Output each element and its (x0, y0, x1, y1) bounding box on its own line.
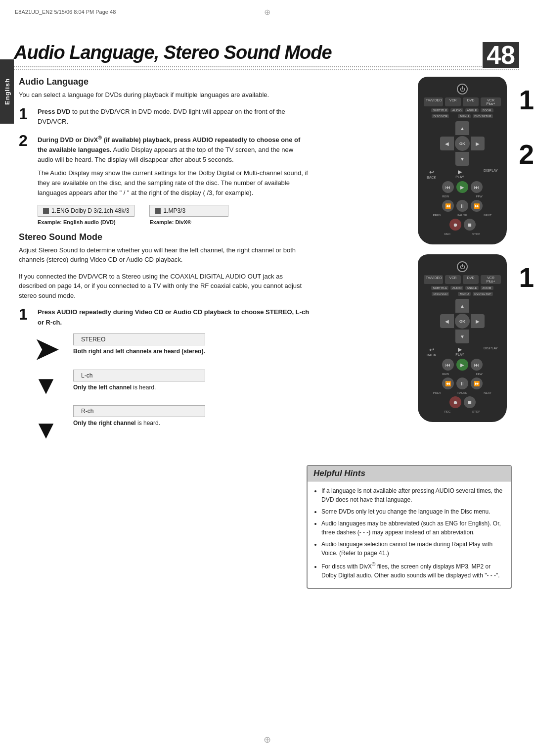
rew-label: REW (442, 195, 449, 198)
btn-dvdsetup[interactable]: DVD SETUP (473, 114, 492, 118)
btn-subtitle[interactable]: SUBTITLE (431, 108, 448, 112)
remote2-transport-labels-1: REW FFW (424, 373, 501, 376)
step-1-bold: Press DVD (38, 108, 70, 115)
hint-5: For discs with DivX® files, the screen o… (321, 561, 505, 580)
btn-rec[interactable]: ⏺ (449, 219, 461, 231)
btn-back[interactable]: ↩ BACK (427, 169, 436, 179)
btn-prev[interactable]: ⏪ (442, 200, 454, 212)
hint-3: Audio languages may be abbreviated (such… (321, 519, 505, 537)
remote2-btn-vcr[interactable]: VCR (445, 275, 461, 284)
remote2-ok-button[interactable]: OK (455, 314, 470, 329)
btn-dvd[interactable]: DVD (463, 97, 479, 106)
remote2-pause-label: PAUSE (457, 391, 467, 394)
remote2-btn-display[interactable]: DISPLAY (484, 346, 498, 357)
stereo-step-1-content: Press AUDIO repeatedly during Video CD o… (38, 307, 311, 327)
remote2-btn-next[interactable]: ⏩ (471, 378, 483, 389)
remote2-btn-dvdsetup[interactable]: DVD SETUP (473, 292, 492, 296)
btn-menu[interactable]: MENU (458, 114, 471, 118)
btn-pause[interactable]: ⏸ (456, 200, 468, 212)
rec-stop-row: ⏺ ⏹ (424, 219, 501, 231)
btn-play[interactable]: ▶ (456, 181, 468, 193)
remote2-transport-labels-2: PREV PAUSE NEXT (424, 391, 501, 394)
stereo-box-stereo: STEREO (73, 333, 205, 345)
btn-tvvideo[interactable]: TV/VIDEO (424, 97, 443, 106)
ok-button[interactable]: OK (455, 136, 470, 151)
btn-ffw[interactable]: ⏭ (471, 181, 483, 193)
remote-2nd-row: SUBTITLE AUDIO ANGLE ZOOM (424, 108, 501, 112)
btn-zoom[interactable]: ZOOM (481, 108, 493, 112)
remote2-dpad-down[interactable]: ▼ (455, 330, 469, 343)
stereo-step-1: 1 Press AUDIO repeatedly during Video CD… (19, 307, 311, 327)
hints-body: If a language is not available after pre… (308, 481, 511, 588)
stereo-section: Stereo Sound Mode Adjust Stereo Sound to… (19, 232, 311, 442)
remote2-dpad-left[interactable]: ◀ (440, 314, 454, 328)
remote2-btn-pause[interactable]: ⏸ (456, 378, 468, 389)
next-label: NEXT (484, 214, 491, 217)
dpad: ▲ ▼ ◀ ▶ OK (440, 121, 485, 166)
btn-rew[interactable]: ⏮ (442, 181, 454, 193)
remote2-transport-2: ⏪ ⏸ ⏩ (424, 378, 501, 389)
remote2-btn-prev[interactable]: ⏪ (442, 378, 454, 389)
stereo-diagram: ➤ ▼ ▼ STEREO Both right and left channel… (24, 333, 311, 442)
remote2-btn-menu[interactable]: MENU (458, 292, 471, 296)
dpad-right[interactable]: ▶ (471, 137, 485, 150)
dots-separator (14, 68, 519, 70)
remote2-btn-subtitle[interactable]: SUBTITLE (431, 286, 448, 290)
remote2-btn-tvvideo[interactable]: TV/VIDEO (424, 275, 443, 284)
btn-display[interactable]: DISPLAY (484, 169, 498, 179)
btn-discvcr[interactable]: DISC/VCR (432, 114, 449, 118)
btn-next[interactable]: ⏩ (471, 200, 483, 212)
remote2-btn-angle[interactable]: ANGLE (465, 286, 478, 290)
english-label: English (3, 78, 11, 105)
remote2-btn-back[interactable]: ↩ BACK (427, 346, 436, 357)
remote2-dpad: ▲ ▼ ◀ ▶ OK (440, 299, 485, 343)
btn-angle[interactable]: ANGLE (465, 108, 478, 112)
remote2-power-button[interactable] (457, 261, 468, 272)
remote2-dpad-up[interactable]: ▲ (455, 299, 469, 313)
remote2-btn-dvd[interactable]: DVD (463, 275, 479, 284)
step-2-bold: During DVD or DivX® (if available) playb… (38, 136, 300, 153)
remote2-btn-discvcr[interactable]: DISC/VCR (432, 292, 449, 296)
dpad-left[interactable]: ◀ (440, 137, 454, 150)
remote-2-badge: 2 (519, 141, 534, 168)
remote2-btn-audio[interactable]: AUDIO (450, 286, 463, 290)
example-dvd-wrap: 1.ENG Dolby D 3/2.1ch 48k/3 Example: Eng… (38, 205, 134, 225)
example-divx-box: 1.MP3/3 (149, 205, 228, 217)
remote2-btn-ffw[interactable]: ⏭ (471, 359, 483, 371)
hint-1: If a language is not available after pre… (321, 486, 505, 504)
btn-vcrplus[interactable]: VCR Plus+ (481, 97, 501, 106)
remote-1-badge: 1 (519, 87, 534, 114)
ffw-label: FFW (476, 195, 483, 198)
btn-audio[interactable]: AUDIO (450, 108, 463, 112)
lch-desc-text: is heard. (132, 384, 156, 391)
lch-box-label: L-ch (81, 372, 92, 379)
hint-2: Some DVDs only let you change the langua… (321, 507, 505, 516)
transport-labels-2: PREV PAUSE NEXT (424, 214, 501, 217)
example-dvd-icon (43, 208, 49, 214)
btn-stop[interactable]: ⏹ (464, 219, 476, 231)
remote2-2nd-row: SUBTITLE AUDIO ANGLE ZOOM (424, 286, 501, 290)
remote2-btn-zoom[interactable]: ZOOM (481, 286, 493, 290)
remote2-rew-label: REW (442, 373, 449, 376)
remote2-btn-stop[interactable]: ⏹ (464, 396, 476, 408)
stereo-box-label: STEREO (81, 336, 105, 343)
remote2-btn-vcrplus[interactable]: VCR Plus+ (481, 275, 501, 284)
dpad-down[interactable]: ▼ (455, 152, 469, 166)
step-2-number: 2 (19, 133, 33, 198)
dpad-up[interactable]: ▲ (455, 121, 469, 135)
example-dvd-label: Example: English audio (DVD) (38, 219, 116, 225)
remote2-btn-rew[interactable]: ⏮ (442, 359, 454, 371)
power-button[interactable] (457, 84, 468, 94)
btn-play-label: ▶ PLAY (455, 169, 464, 179)
step-1-content: Press DVD to put the DVD/VCR in DVD mode… (38, 107, 311, 127)
btn-vcr[interactable]: VCR (445, 97, 461, 106)
transport-labels-1: REW FFW (424, 195, 501, 198)
header-bar: E8A21UD_EN2 5/15/06 8:04 PM Page 48 ⊕ (15, 9, 519, 15)
step-2: 2 During DVD or DivX® (if available) pla… (19, 134, 311, 198)
remote2-dpad-right[interactable]: ▶ (471, 314, 485, 328)
step-2-extra: The Audio Display may show the current s… (38, 168, 311, 198)
remote2-btn-rec[interactable]: ⏺ (449, 396, 461, 408)
remote2-spacer (451, 292, 456, 296)
remote2-btn-play[interactable]: ▶ (456, 359, 468, 371)
stereo-step-bold: Press AUDIO repeatedly during Video CD o… (38, 308, 309, 326)
